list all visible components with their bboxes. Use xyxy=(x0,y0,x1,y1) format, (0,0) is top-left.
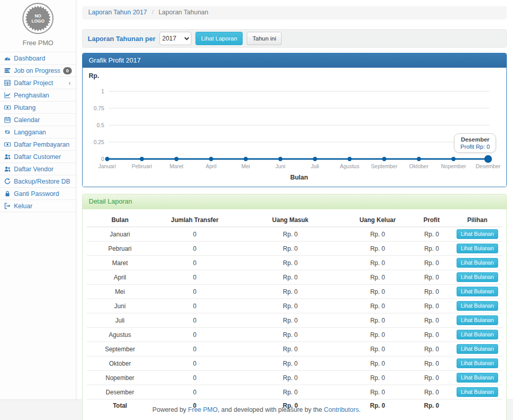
y-tick-label: 1 xyxy=(101,88,104,94)
x-tick-label: April xyxy=(206,163,216,169)
logo-area: NOLOGO Free PMO xyxy=(0,0,76,47)
action-cell: Lihat Bulanan xyxy=(452,256,502,270)
y-tick-label: 0 xyxy=(101,156,104,162)
cell: Total xyxy=(87,399,153,412)
chevron-left-icon: ‹ xyxy=(69,79,72,87)
sidebar-item-job-on-progress[interactable]: Job on Progress0 xyxy=(0,65,76,77)
cell: Rp. 0 xyxy=(411,399,452,412)
footer-link-contributors[interactable]: Contributors xyxy=(324,406,359,413)
job-count-badge: 0 xyxy=(63,67,72,74)
table-row-juli: Juli0Rp. 0Rp. 0Rp. 0Lihat Bulanan xyxy=(87,313,502,328)
detail-panel-title: Detail Laporan xyxy=(83,194,506,209)
tahun-ini-button[interactable]: Tahun ini xyxy=(247,32,282,45)
lihat-bulanan-button[interactable]: Lihat Bulanan xyxy=(457,301,498,311)
x-tick-label: Nopember xyxy=(441,163,466,169)
lihat-bulanan-button[interactable]: Lihat Bulanan xyxy=(457,373,498,383)
tasks-icon xyxy=(4,67,11,74)
table-row-mei: Mei0Rp. 0Rp. 0Rp. 0Lihat Bulanan xyxy=(87,285,502,299)
lihat-bulanan-button[interactable]: Lihat Bulanan xyxy=(457,229,498,239)
cell: April xyxy=(87,270,153,285)
x-tick-label: Agustus xyxy=(340,163,360,169)
sidebar-item-label: Keluar xyxy=(14,203,72,210)
sidebar-item-daftar-customer[interactable]: Daftar Customer xyxy=(0,151,76,163)
sidebar-item-label: Calendar xyxy=(14,116,72,124)
sidebar-item-piutang[interactable]: Piutang xyxy=(0,102,76,114)
cell: Rp. 0 xyxy=(411,356,452,371)
sidebar-item-keluar[interactable]: Keluar xyxy=(0,200,76,212)
cell: 0 xyxy=(153,299,236,313)
footer-link-free-pmo[interactable]: Free PMO xyxy=(188,406,218,413)
column-header-profit: Profit xyxy=(411,213,452,227)
x-tick-label: Mei xyxy=(242,163,250,169)
lihat-bulanan-button[interactable]: Lihat Bulanan xyxy=(457,330,498,339)
sidebar-item-daftar-project[interactable]: Daftar Project‹ xyxy=(0,77,76,89)
sidebar-item-label: Penghasilan xyxy=(14,92,72,99)
cell: Desember xyxy=(87,385,153,399)
calendar-icon xyxy=(4,116,11,123)
cell: Rp. 0 xyxy=(344,242,411,256)
sidebar-item-dashboard[interactable]: Dashboard xyxy=(0,52,76,65)
action-cell: Lihat Bulanan xyxy=(452,342,502,356)
sidebar-item-daftar-vendor[interactable]: Daftar Vendor xyxy=(0,163,76,175)
sidebar-item-backup-restore-db[interactable]: Backup/Restore DB xyxy=(0,175,76,188)
app-window: NOLOGO Free PMO DashboardJob on Progress… xyxy=(0,0,513,399)
breadcrumb-separator: / xyxy=(152,9,153,16)
lock-icon xyxy=(4,190,11,197)
action-cell: Lihat Bulanan xyxy=(452,356,502,371)
lihat-bulanan-button[interactable]: Lihat Bulanan xyxy=(457,287,498,296)
cell: 0 xyxy=(153,270,236,285)
cell: 0 xyxy=(153,242,236,256)
sidebar-item-label: Daftar Pembayaran xyxy=(14,141,72,148)
table-row-nopember: Nopember0Rp. 0Rp. 0Rp. 0Lihat Bulanan xyxy=(87,371,502,385)
data-point-september xyxy=(382,157,386,161)
cell: 0 xyxy=(153,385,236,399)
cell: Rp. 0 xyxy=(344,328,411,342)
breadcrumb-current: Laporan Tahunan xyxy=(159,9,208,16)
cell: Rp. 0 xyxy=(344,299,411,313)
sidebar-item-langganan[interactable]: Langganan xyxy=(0,126,76,138)
x-tick-label: Juli xyxy=(311,163,319,169)
sidebar-item-ganti-password[interactable]: Ganti Password xyxy=(0,188,76,200)
profit-chart-panel: Grafik Profit 2017 Rp. Desember Profit R… xyxy=(82,53,507,187)
sidebar-item-penghasilan[interactable]: Penghasilan xyxy=(0,89,76,102)
lihat-bulanan-button[interactable]: Lihat Bulanan xyxy=(457,272,498,282)
x-tick-label: Januari xyxy=(98,163,116,169)
sidebar-item-calendar[interactable]: Calendar xyxy=(0,114,76,126)
cell: Rp. 0 xyxy=(236,227,345,242)
cell: Rp. 0 xyxy=(411,385,452,399)
lihat-bulanan-button[interactable]: Lihat Bulanan xyxy=(457,344,498,354)
lihat-laporan-button[interactable]: Lihat Laporan xyxy=(195,32,243,45)
lihat-bulanan-button[interactable]: Lihat Bulanan xyxy=(457,387,498,397)
cell: Rp. 0 xyxy=(344,270,411,285)
cell: Rp. 0 xyxy=(236,342,345,356)
cell: 0 xyxy=(153,313,236,328)
cell: 0 xyxy=(153,371,236,385)
y-tick-label: 0.75 xyxy=(94,105,105,111)
cell: Rp. 0 xyxy=(236,313,345,328)
cell: Rp. 0 xyxy=(236,256,345,270)
cell: Rp. 0 xyxy=(344,385,411,399)
lihat-bulanan-button[interactable]: Lihat Bulanan xyxy=(457,315,498,325)
lihat-bulanan-button[interactable]: Lihat Bulanan xyxy=(457,258,498,268)
detail-laporan-panel: Detail Laporan BulanJumlah TransferUang … xyxy=(82,194,507,420)
sidebar-item-daftar-pembayaran[interactable]: Daftar Pembayaran xyxy=(0,138,76,151)
breadcrumb-link-laporan-tahun[interactable]: Laporan Tahun 2017 xyxy=(88,9,147,16)
cell: Rp. 0 xyxy=(344,356,411,371)
lihat-bulanan-button[interactable]: Lihat Bulanan xyxy=(457,244,498,253)
cell: Rp. 0 xyxy=(344,256,411,270)
year-select[interactable]: 2017 xyxy=(160,32,191,45)
cell: Rp. 0 xyxy=(344,342,411,356)
table-row-januari: Januari0Rp. 0Rp. 0Rp. 0Lihat Bulanan xyxy=(87,227,502,242)
sign-out-icon xyxy=(4,203,11,209)
sidebar-item-label: Daftar Vendor xyxy=(14,166,72,173)
data-point-oktober xyxy=(417,157,421,161)
lihat-bulanan-button[interactable]: Lihat Bulanan xyxy=(457,358,498,368)
detail-table-container: BulanJumlah TransferUang MasukUang Kelua… xyxy=(83,209,506,420)
cell: Rp. 0 xyxy=(344,371,411,385)
sidebar-menu: DashboardJob on Progress0Daftar Project‹… xyxy=(0,52,76,212)
cell: Pebruari xyxy=(87,242,153,256)
cell: Agustus xyxy=(87,328,153,342)
cell: Rp. 0 xyxy=(411,371,452,385)
profit-chart[interactable]: Rp. Desember Profit Rp: 0 00.250.50.751J… xyxy=(83,68,506,187)
action-cell: Lihat Bulanan xyxy=(452,299,502,313)
